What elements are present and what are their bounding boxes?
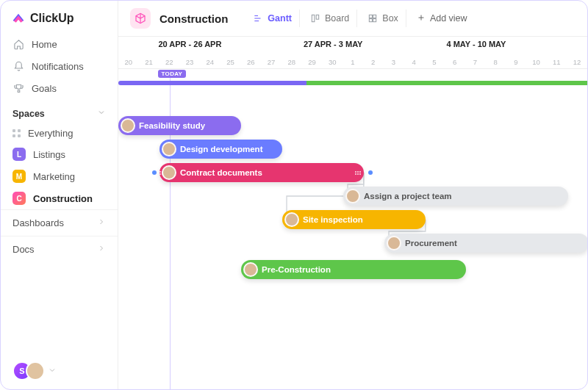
task-label: Feasibility study	[139, 121, 205, 130]
task-label: Design development	[180, 145, 262, 154]
svg-rect-4	[370, 19, 373, 22]
svg-rect-1	[316, 15, 319, 19]
day-tick: 22	[159, 58, 179, 66]
space-badge: M	[12, 170, 26, 183]
grid-icon	[12, 129, 21, 137]
task-bar-procurement[interactable]: Procurement	[384, 234, 587, 253]
today-indicator: TODAY	[158, 70, 187, 78]
bell-icon	[12, 60, 24, 72]
task-label: Pre-Construction	[262, 265, 331, 274]
day-tick: 29	[302, 58, 323, 66]
assignee-avatar	[162, 142, 176, 156]
task-bar-assign-team[interactable]: Assign a project team	[343, 187, 568, 206]
task-bar-feasibility[interactable]: Feasibility study	[118, 116, 241, 135]
sidebar-item-label: Listings	[33, 149, 65, 160]
space-badge: C	[12, 192, 26, 205]
trophy-icon	[12, 82, 24, 94]
board-icon	[310, 13, 320, 24]
home-icon	[12, 38, 24, 50]
sidebar-item-construction[interactable]: C Construction	[1, 187, 118, 209]
summary-bar	[118, 81, 587, 85]
day-tick: 28	[282, 58, 302, 66]
assignee-avatar	[345, 189, 360, 203]
spaces-header[interactable]: Spaces	[1, 99, 118, 123]
tab-box[interactable]: Box	[360, 10, 406, 27]
timeline-scale: 20 APR - 26 APR27 APR - 3 MAY4 MAY - 10 …	[118, 37, 587, 69]
day-tick: 8	[485, 58, 506, 66]
sidebar-item-everything[interactable]: Everything	[1, 123, 118, 143]
day-tick: 20	[118, 58, 139, 66]
chevron-down-icon	[48, 364, 57, 378]
assignee-avatar	[243, 262, 258, 277]
add-view-label: Add view	[430, 13, 467, 24]
gantt-icon	[253, 13, 263, 24]
day-tick: 2	[363, 58, 384, 66]
day-tick: 26	[240, 58, 261, 66]
nav-dashboards-label: Dashboards	[12, 217, 64, 228]
day-tick: 25	[220, 58, 241, 66]
main-content: Construction Gantt Board Box Add view 20…	[118, 1, 587, 389]
page-title: Construction	[159, 12, 228, 25]
tab-gantt[interactable]: Gantt	[245, 10, 300, 27]
nav-docs-label: Docs	[12, 244, 35, 255]
task-bar-precon[interactable]: Pre-Construction	[241, 260, 466, 279]
sidebar-item-listings[interactable]: L Listings	[1, 143, 118, 165]
svg-rect-2	[370, 15, 373, 18]
assignee-avatar	[162, 165, 176, 180]
brand-logo[interactable]: ClickUp	[1, 1, 118, 33]
nav-goals-label: Goals	[32, 83, 57, 94]
clickup-logo-icon	[11, 11, 26, 26]
week-label: 20 APR - 26 APR	[118, 40, 262, 48]
sidebar: ClickUp Home Notifications Goals Spaces …	[1, 1, 118, 389]
task-label: Contract documents	[180, 168, 262, 177]
day-tick: 11	[546, 58, 567, 66]
add-view-button[interactable]: Add view	[409, 10, 475, 28]
day-tick: 30	[322, 58, 343, 66]
assignee-avatar	[121, 118, 135, 133]
sidebar-item-marketing[interactable]: M Marketing	[1, 165, 118, 187]
task-label: Procurement	[405, 239, 457, 248]
drag-handle-icon[interactable]	[355, 168, 361, 177]
task-label: Assign a project team	[364, 192, 452, 201]
nav-dashboards[interactable]: Dashboards	[1, 209, 118, 236]
box-icon	[368, 13, 378, 24]
day-tick: 23	[179, 58, 200, 66]
nav-home-label: Home	[32, 39, 57, 50]
day-tick: 27	[261, 58, 282, 66]
sidebar-item-label: Marketing	[33, 171, 75, 182]
dependency-dot	[368, 170, 373, 175]
tab-board[interactable]: Board	[303, 10, 357, 27]
tab-label: Gantt	[268, 13, 292, 24]
spaces-header-label: Spaces	[12, 109, 45, 119]
day-tick: 1	[343, 58, 363, 66]
task-bar-inspection[interactable]: Site inspection	[282, 210, 426, 229]
day-tick: 3	[384, 58, 404, 66]
day-tick: 12	[567, 58, 587, 66]
assignee-avatar	[284, 212, 299, 227]
task-bar-contract[interactable]: Contract documents	[159, 163, 364, 182]
day-tick: 7	[465, 58, 485, 66]
assignee-avatar	[387, 236, 401, 250]
topbar: Construction Gantt Board Box Add view	[118, 1, 587, 37]
svg-rect-3	[373, 15, 376, 18]
day-tick: 6	[445, 58, 465, 66]
day-tick: 5	[424, 58, 445, 66]
nav-goals[interactable]: Goals	[1, 77, 118, 99]
avatar	[26, 361, 45, 380]
space-badge: L	[12, 148, 26, 161]
task-label: Site inspection	[303, 215, 363, 224]
nav-docs[interactable]: Docs	[1, 236, 118, 262]
week-label: 4 MAY - 10 MAY	[405, 40, 548, 48]
nav-home[interactable]: Home	[1, 33, 118, 55]
user-avatar-stack[interactable]: S	[1, 353, 118, 389]
svg-rect-0	[312, 15, 315, 21]
chevron-right-icon	[97, 217, 106, 228]
task-bar-design[interactable]: Design development	[159, 140, 282, 159]
gantt-timeline[interactable]: 20 APR - 26 APR27 APR - 3 MAY4 MAY - 10 …	[118, 37, 587, 389]
day-tick: 24	[200, 58, 220, 66]
tab-label: Box	[382, 13, 398, 24]
plus-icon	[417, 13, 426, 24]
svg-rect-5	[373, 19, 376, 22]
nav-notifications[interactable]: Notifications	[1, 55, 118, 77]
day-tick: 21	[139, 58, 159, 66]
